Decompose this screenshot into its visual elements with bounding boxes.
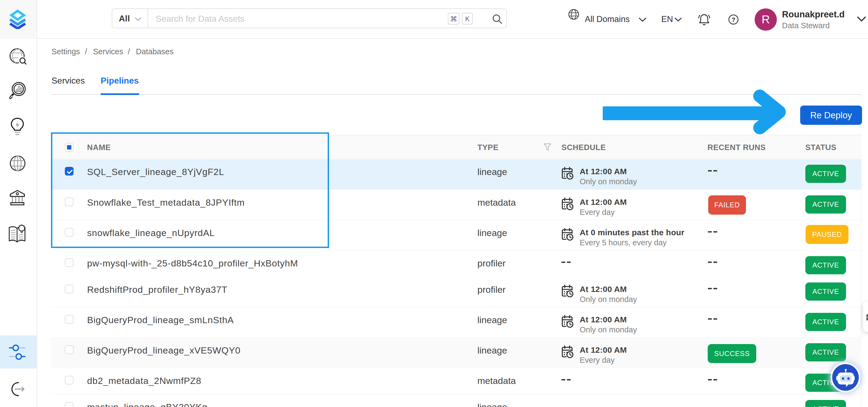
svg-text:?: ? <box>732 16 735 23</box>
